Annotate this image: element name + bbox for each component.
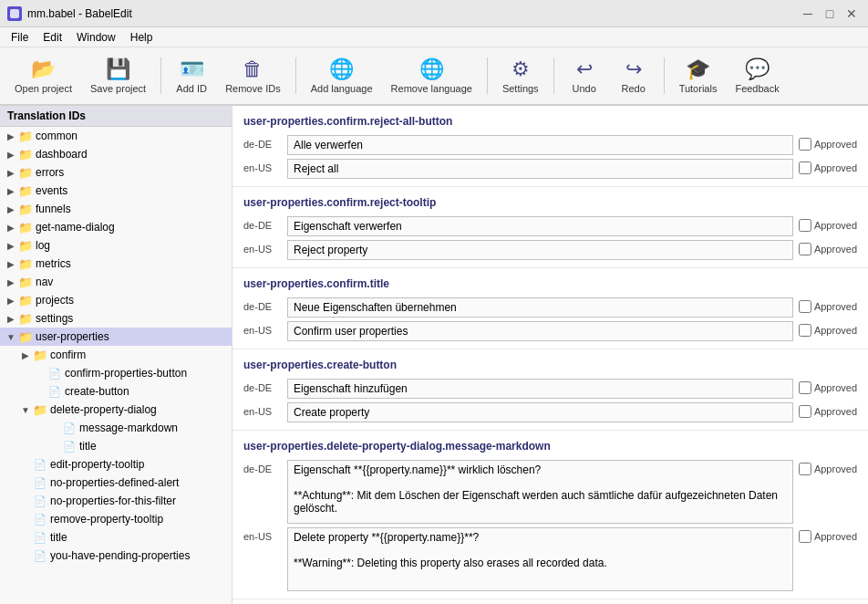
tree-item-label: edit-property-tooltip — [50, 458, 144, 471]
sidebar-item-confirm[interactable]: ▶📁confirm — [0, 346, 232, 364]
translation-row: en-USApproved — [243, 240, 857, 260]
approved-checkbox[interactable] — [799, 243, 811, 255]
sidebar-item-remove-property-tooltip[interactable]: 📄remove-property-tooltip — [0, 510, 232, 528]
feedback-button[interactable]: 💬 Feedback — [728, 50, 786, 101]
add-language-button[interactable]: 🌐 Add language — [304, 50, 380, 101]
approved-label: Approved — [814, 406, 857, 417]
tree-item-label: create-button — [65, 385, 129, 398]
sidebar-item-metrics[interactable]: ▶📁metrics — [0, 255, 232, 273]
feedback-icon: 💬 — [745, 57, 770, 81]
sidebar-item-title-up[interactable]: 📄title — [0, 528, 232, 547]
tree-item-label: metrics — [36, 257, 71, 270]
sidebar-item-title-dp[interactable]: 📄title — [0, 437, 232, 455]
translation-input[interactable] — [287, 240, 793, 260]
sidebar-item-common[interactable]: ▶📁common — [0, 127, 232, 145]
menu-file[interactable]: File — [4, 29, 36, 46]
settings-button[interactable]: ⚙ Settings — [495, 50, 546, 101]
minimize-button[interactable]: ─ — [799, 5, 817, 23]
add-language-icon: 🌐 — [329, 57, 354, 81]
approved-checkbox[interactable] — [799, 300, 811, 313]
close-button[interactable]: ✕ — [842, 5, 861, 23]
sidebar-item-dashboard[interactable]: ▶📁dashboard — [0, 145, 232, 163]
tree-item-label: confirm — [50, 349, 86, 361]
sidebar-item-events[interactable]: ▶📁events — [0, 182, 232, 200]
approved-checkbox[interactable] — [799, 405, 811, 418]
tutorials-button[interactable]: 🎓 Tutorials — [672, 50, 725, 101]
menu-help[interactable]: Help — [123, 29, 160, 46]
translation-input[interactable] — [287, 159, 793, 179]
sidebar-item-message-markdown[interactable]: 📄message-markdown — [0, 419, 232, 437]
approved-checkbox[interactable] — [799, 161, 811, 174]
approved-checkbox[interactable] — [799, 530, 811, 543]
sidebar-item-settings[interactable]: ▶📁settings — [0, 309, 232, 328]
approved-label: Approved — [814, 162, 857, 173]
sidebar-item-confirm-properties-button[interactable]: 📄confirm-properties-button — [0, 364, 232, 382]
approved-area: Approved — [799, 159, 857, 174]
translation-input[interactable] — [287, 321, 793, 341]
settings-icon: ⚙ — [512, 57, 530, 81]
translation-input[interactable] — [287, 379, 793, 399]
sidebar-item-funnels[interactable]: ▶📁funnels — [0, 200, 232, 218]
sidebar-item-nav[interactable]: ▶📁nav — [0, 273, 232, 291]
separator-4 — [553, 57, 554, 94]
sidebar-item-projects[interactable]: ▶📁projects — [0, 291, 232, 309]
feedback-label: Feedback — [735, 83, 779, 94]
add-id-button[interactable]: 🪪 Add ID — [169, 50, 214, 101]
approved-checkbox[interactable] — [799, 138, 811, 151]
sidebar-item-no-properties-defined-alert[interactable]: 📄no-properties-defined-alert — [0, 474, 232, 492]
tree-item-label: common — [36, 130, 78, 142]
remove-language-button[interactable]: 🌐 Remove language — [384, 50, 480, 101]
svg-rect-0 — [10, 9, 19, 18]
sidebar-item-log[interactable]: ▶📁log — [0, 236, 232, 255]
sidebar-item-get-name-dialog[interactable]: ▶📁get-name-dialog — [0, 218, 232, 236]
sidebar-item-create-button[interactable]: 📄create-button — [0, 382, 232, 401]
lang-label: de-DE — [243, 216, 282, 231]
sidebar-item-edit-property-tooltip[interactable]: 📄edit-property-tooltip — [0, 455, 232, 474]
add-id-icon: 🪪 — [180, 57, 204, 81]
sidebar-item-user-properties[interactable]: ▼📁user-properties — [0, 328, 232, 346]
tree-toggle-icon: ▶ — [18, 348, 33, 362]
translation-input[interactable] — [287, 402, 793, 422]
sidebar-item-no-properties-for-this-filter[interactable]: 📄no-properties-for-this-filter — [0, 492, 232, 510]
tree-item-label: events — [36, 184, 67, 197]
translation-input[interactable] — [287, 135, 793, 155]
undo-button[interactable]: ↩ Undo — [562, 50, 607, 101]
remove-ids-button[interactable]: 🗑 Remove IDs — [218, 50, 288, 101]
folder-icon: 📁 — [18, 165, 33, 180]
sidebar-item-you-have-pending-properties[interactable]: 📄you-have-pending-properties — [0, 547, 232, 565]
lang-label: de-DE — [243, 297, 282, 312]
lang-label: de-DE — [243, 379, 282, 393]
file-icon: 📄 — [33, 475, 47, 490]
tree-toggle-icon: ▶ — [4, 238, 18, 253]
sidebar-item-delete-property-dialog[interactable]: ▼📁delete-property-dialog — [0, 401, 232, 419]
translation-section-delete-property-dialog-title: user-properties.delete-property-dialog.t… — [232, 599, 868, 604]
translation-textarea[interactable] — [287, 527, 793, 591]
translation-row: en-USApproved — [243, 527, 857, 591]
lang-label: en-US — [243, 527, 282, 542]
add-id-label: Add ID — [176, 83, 207, 94]
menu-window[interactable]: Window — [69, 29, 123, 46]
approved-checkbox[interactable] — [799, 381, 811, 394]
lang-label: en-US — [243, 159, 282, 173]
approved-area: Approved — [799, 527, 857, 543]
approved-label: Approved — [814, 325, 857, 336]
sidebar-item-errors[interactable]: ▶📁errors — [0, 163, 232, 182]
translation-input[interactable] — [287, 297, 793, 318]
tree-toggle-icon: ▶ — [4, 147, 18, 161]
translation-input[interactable] — [287, 216, 793, 236]
translation-section-confirm-title: user-properties.confirm.titlede-DEApprov… — [232, 268, 868, 349]
translation-textarea[interactable] — [287, 460, 793, 524]
approved-checkbox[interactable] — [799, 463, 811, 475]
save-project-button[interactable]: 💾 Save project — [83, 50, 153, 101]
tree-item-label: nav — [36, 276, 53, 288]
approved-checkbox[interactable] — [799, 219, 811, 232]
approved-checkbox[interactable] — [799, 324, 811, 337]
redo-button[interactable]: ↪ Redo — [611, 50, 656, 101]
separator-5 — [664, 57, 665, 94]
open-project-button[interactable]: 📂 Open project — [7, 50, 79, 101]
tree-item-label: settings — [36, 312, 73, 325]
translation-row: en-USApproved — [243, 321, 857, 341]
maximize-button[interactable]: □ — [821, 5, 839, 23]
menu-edit[interactable]: Edit — [36, 29, 69, 46]
folder-icon: 📁 — [18, 329, 33, 344]
